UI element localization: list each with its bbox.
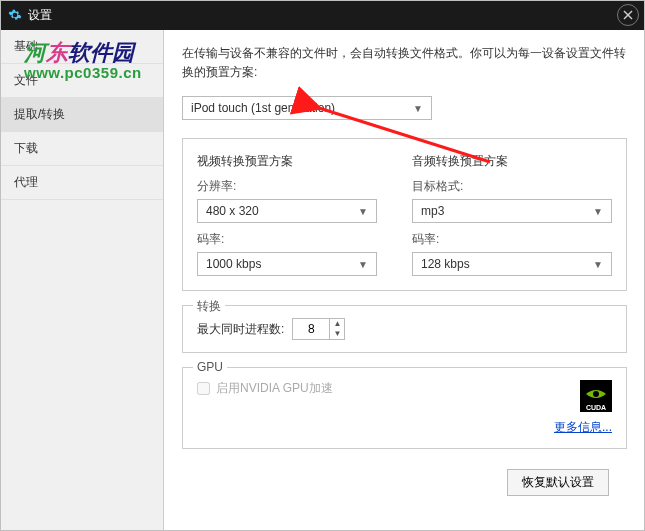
resolution-value: 480 x 320 bbox=[206, 204, 259, 218]
format-value: mp3 bbox=[421, 204, 444, 218]
sidebar-item-download[interactable]: 下载 bbox=[0, 132, 163, 166]
title-bar: 设置 bbox=[0, 0, 645, 30]
video-bitrate-dropdown[interactable]: 1000 kbps ▼ bbox=[197, 252, 377, 276]
svg-point-3 bbox=[593, 391, 599, 397]
audio-bitrate-label: 码率: bbox=[412, 231, 612, 248]
threads-label: 最大同时进程数: bbox=[197, 321, 284, 338]
chevron-down-icon: ▼ bbox=[413, 103, 423, 114]
resolution-label: 分辨率: bbox=[197, 178, 382, 195]
chevron-down-icon: ▼ bbox=[358, 259, 368, 270]
sidebar-item-proxy[interactable]: 代理 bbox=[0, 166, 163, 200]
format-dropdown[interactable]: mp3 ▼ bbox=[412, 199, 612, 223]
gpu-checkbox[interactable] bbox=[197, 382, 210, 395]
gpu-legend: GPU bbox=[193, 360, 227, 374]
spinner-down-icon[interactable]: ▼ bbox=[330, 329, 344, 339]
audio-heading: 音频转换预置方案 bbox=[412, 153, 612, 170]
convert-group: 转换 最大同时进程数: ▲ ▼ bbox=[182, 305, 627, 353]
audio-bitrate-value: 128 kbps bbox=[421, 257, 470, 271]
spinner-up-icon[interactable]: ▲ bbox=[330, 319, 344, 329]
svg-text:CUDA: CUDA bbox=[586, 404, 606, 411]
description-text: 在传输与设备不兼容的文件时，会自动转换文件格式。你可以为每一设备设置文件转换的预… bbox=[182, 44, 627, 82]
video-column: 视频转换预置方案 分辨率: 480 x 320 ▼ 码率: 1000 kbps … bbox=[197, 153, 382, 276]
chevron-down-icon: ▼ bbox=[593, 206, 603, 217]
video-heading: 视频转换预置方案 bbox=[197, 153, 382, 170]
gpu-group: GPU 启用NVIDIA GPU加速 CUDA 更多信息... bbox=[182, 367, 627, 449]
content-panel: 在传输与设备不兼容的文件时，会自动转换文件格式。你可以为每一设备设置文件转换的预… bbox=[164, 30, 645, 531]
sidebar-item-basic[interactable]: 基础 bbox=[0, 30, 163, 64]
convert-legend: 转换 bbox=[193, 298, 225, 315]
av-preset-group: 视频转换预置方案 分辨率: 480 x 320 ▼ 码率: 1000 kbps … bbox=[182, 138, 627, 291]
preset-value: iPod touch (1st generation) bbox=[191, 101, 335, 115]
more-info-link[interactable]: 更多信息... bbox=[554, 420, 612, 434]
window-title: 设置 bbox=[28, 7, 52, 24]
format-label: 目标格式: bbox=[412, 178, 612, 195]
restore-defaults-button[interactable]: 恢复默认设置 bbox=[507, 469, 609, 496]
sidebar: 基础 文件 提取/转换 下载 代理 bbox=[0, 30, 164, 531]
close-button[interactable] bbox=[617, 4, 639, 26]
cuda-logo-icon: CUDA bbox=[580, 380, 612, 412]
audio-column: 音频转换预置方案 目标格式: mp3 ▼ 码率: 128 kbps ▼ bbox=[412, 153, 612, 276]
gpu-checkbox-text: 启用NVIDIA GPU加速 bbox=[216, 380, 333, 397]
chevron-down-icon: ▼ bbox=[358, 206, 368, 217]
resolution-dropdown[interactable]: 480 x 320 ▼ bbox=[197, 199, 377, 223]
preset-dropdown[interactable]: iPod touch (1st generation) ▼ bbox=[182, 96, 432, 120]
close-icon bbox=[623, 10, 633, 20]
video-bitrate-value: 1000 kbps bbox=[206, 257, 261, 271]
settings-icon bbox=[8, 8, 22, 22]
sidebar-item-extract[interactable]: 提取/转换 bbox=[0, 98, 163, 132]
gpu-checkbox-label[interactable]: 启用NVIDIA GPU加速 bbox=[197, 380, 333, 397]
sidebar-item-file[interactable]: 文件 bbox=[0, 64, 163, 98]
video-bitrate-label: 码率: bbox=[197, 231, 382, 248]
threads-input[interactable] bbox=[293, 322, 329, 336]
chevron-down-icon: ▼ bbox=[593, 259, 603, 270]
audio-bitrate-dropdown[interactable]: 128 kbps ▼ bbox=[412, 252, 612, 276]
threads-spinner[interactable]: ▲ ▼ bbox=[292, 318, 345, 340]
